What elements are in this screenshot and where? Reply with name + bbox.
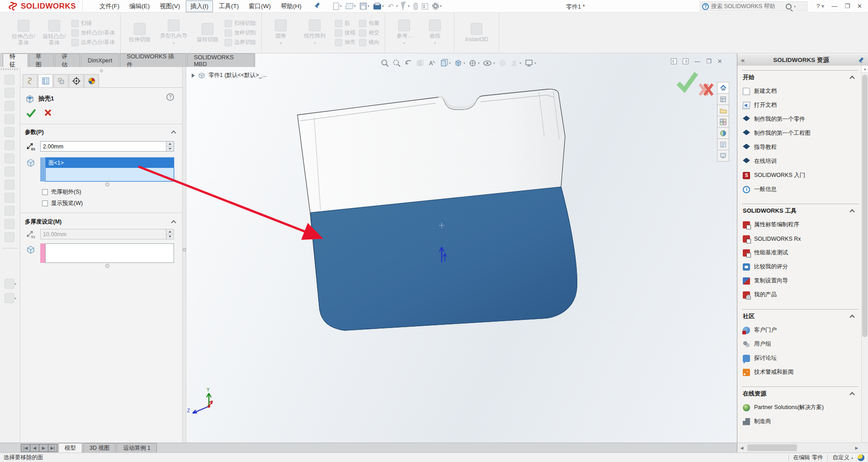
cancel-button[interactable] bbox=[44, 109, 52, 117]
new-document-button[interactable]: ▾ bbox=[332, 2, 343, 11]
customize-caret-icon[interactable]: ▴ bbox=[851, 456, 853, 460]
breadcrumb[interactable]: 零件1 (默认<<默认>_... bbox=[192, 71, 267, 79]
revolved-cut-button[interactable]: 旋转切除 bbox=[194, 23, 221, 43]
task-tab-file-explorer[interactable] bbox=[717, 105, 729, 116]
strip-boss-flyout-icon[interactable] bbox=[5, 279, 14, 289]
section-collapse-icon[interactable] bbox=[849, 209, 854, 214]
rib-button[interactable]: 筋 bbox=[335, 19, 355, 27]
task-tab-resources[interactable] bbox=[717, 82, 729, 94]
section-view-icon[interactable] bbox=[416, 59, 425, 67]
selected-face-item[interactable]: 面<1> bbox=[46, 158, 174, 168]
view-orientation-icon[interactable]: ▾ bbox=[454, 59, 465, 67]
part-model[interactable] bbox=[186, 53, 737, 443]
revolved-boss-button[interactable]: 旋转凸台/基体 bbox=[41, 20, 68, 46]
shell-thickness-value[interactable]: 2.00mm bbox=[41, 143, 166, 150]
task-tab-forum[interactable] bbox=[717, 150, 729, 162]
annotation-view-icon[interactable]: A bbox=[428, 59, 436, 67]
task-tab-custom-properties[interactable] bbox=[717, 138, 729, 150]
copy-settings-link[interactable]: 复制设置向导 bbox=[742, 274, 861, 288]
strip-boss-flyout-caret[interactable]: ▾ bbox=[14, 282, 16, 286]
tree-expand-icon[interactable] bbox=[192, 73, 195, 78]
fillet-button[interactable]: 圆角▾ bbox=[267, 19, 294, 47]
strip-feature-icon-4[interactable] bbox=[5, 114, 14, 124]
new-document-link[interactable]: 新建文档 bbox=[742, 84, 861, 98]
section-getting-started[interactable]: 开始 bbox=[742, 70, 859, 83]
restore-button[interactable]: ❐ bbox=[844, 3, 850, 10]
tab-dimxpert[interactable]: DimXpert bbox=[81, 53, 119, 67]
undo-button[interactable]: ↶▾ bbox=[387, 2, 399, 11]
thickness-spinner[interactable] bbox=[166, 142, 174, 151]
general-info-link[interactable]: 一般信息 bbox=[742, 182, 861, 196]
faces-selection-box[interactable]: 面<1> bbox=[40, 157, 174, 181]
confirmation-cancel-icon[interactable] bbox=[698, 82, 716, 97]
customer-portal-link[interactable]: 客户门户 bbox=[742, 323, 861, 337]
search-dropdown-icon[interactable]: ▾ bbox=[794, 5, 796, 9]
swept-boss-button[interactable]: 扫描 bbox=[71, 19, 115, 27]
task-pane-vertical-scrollbar[interactable]: ▲ bbox=[861, 66, 868, 443]
boundary-cut-button[interactable]: 边界切除 bbox=[225, 38, 256, 46]
menu-tools[interactable]: 工具(T) bbox=[215, 1, 243, 12]
shell-button[interactable]: 抽壳 bbox=[335, 38, 355, 46]
model-tab[interactable]: 模型 bbox=[58, 443, 82, 452]
menu-insert[interactable]: 插入(I) bbox=[186, 0, 213, 12]
draft-button[interactable]: 拔模 bbox=[335, 29, 355, 37]
scroll-left-icon[interactable]: ◀ bbox=[738, 444, 745, 452]
multi-selection-empty-area[interactable] bbox=[45, 243, 174, 263]
tech-alerts-news-link[interactable]: 技术警戒和新闻 bbox=[742, 365, 861, 379]
online-training-link[interactable]: 在线培训 bbox=[742, 154, 861, 168]
toolbar-grip[interactable] bbox=[1, 68, 19, 70]
display-style-icon[interactable]: ▾ bbox=[468, 59, 480, 67]
first-part-link[interactable]: 制作我的第一个零件 bbox=[742, 112, 861, 126]
prev-tab-icon[interactable]: ◀ bbox=[30, 444, 39, 452]
multi-thickness-selection-box[interactable] bbox=[40, 243, 174, 263]
tab-solidworks-addins[interactable]: SOLIDWORKS 插件 bbox=[120, 53, 186, 67]
curves-button[interactable]: 曲线▾ bbox=[421, 19, 448, 47]
feature-manager-tab[interactable] bbox=[23, 74, 38, 87]
menu-window[interactable]: 窗口(W) bbox=[245, 1, 275, 12]
strip-feature-icon-3[interactable] bbox=[5, 101, 14, 111]
boundary-boss-button[interactable]: 边界凸台/基体 bbox=[71, 38, 115, 46]
strip-feature-icon-1[interactable] bbox=[5, 75, 14, 85]
multi-thickness-value[interactable]: 10.00mm bbox=[41, 231, 166, 238]
options-button[interactable]: ▾ bbox=[431, 2, 443, 10]
strip-feature-icon-2[interactable] bbox=[5, 88, 14, 98]
section-online-resources[interactable]: 在线资源 bbox=[742, 386, 859, 400]
splitter-handle[interactable] bbox=[183, 248, 186, 252]
menu-file[interactable]: 文件(F) bbox=[95, 1, 123, 12]
first-tab-icon[interactable]: |◀ bbox=[21, 444, 30, 452]
dimxpert-manager-tab[interactable] bbox=[69, 74, 84, 87]
multi-spin-up-icon[interactable] bbox=[166, 229, 174, 234]
previous-view-icon[interactable] bbox=[404, 59, 413, 67]
menu-pin-icon[interactable] bbox=[314, 2, 320, 10]
partner-solutions-link[interactable]: Partner Solutions(解决方案) bbox=[742, 400, 861, 414]
save-button[interactable]: ▾ bbox=[359, 2, 371, 10]
parameters-section-header[interactable]: 参数(P) bbox=[20, 127, 183, 138]
shell-thickness-field[interactable]: 2.00mm bbox=[40, 141, 174, 152]
strip-feature-icon-12[interactable] bbox=[5, 219, 14, 229]
file-properties-button[interactable] bbox=[420, 2, 429, 10]
mirror-button[interactable]: 镜向 bbox=[359, 38, 379, 46]
selection-box-resize-handle[interactable] bbox=[105, 182, 109, 186]
customize-button[interactable]: 自定义 bbox=[832, 454, 849, 462]
section-sw-tools[interactable]: SOLIDWORKS 工具 bbox=[742, 204, 859, 217]
show-preview-checkbox[interactable] bbox=[42, 200, 48, 206]
graphics-viewport[interactable]: A ▾ ▾ ▾ ▾ ▾ ▾ — ❐ ✕ 零件1 (默认<<默认>_... bbox=[186, 53, 737, 443]
strip-feature-icon-13[interactable] bbox=[5, 232, 14, 242]
task-tab-appearances[interactable] bbox=[717, 127, 729, 139]
scroll-up-icon[interactable]: ▲ bbox=[862, 66, 868, 73]
strip-feature-icon-5[interactable] bbox=[5, 127, 14, 137]
select-button[interactable]: ▾ bbox=[401, 1, 411, 11]
intersect-button[interactable]: 相交 bbox=[359, 29, 379, 37]
task-pane-horizontal-scrollbar[interactable]: ◀ ▶ bbox=[737, 443, 868, 452]
task-tab-design-library[interactable] bbox=[717, 93, 729, 105]
linear-pattern-button[interactable]: 线性阵列▾ bbox=[298, 19, 331, 47]
spin-down-icon[interactable] bbox=[166, 147, 174, 151]
section-collapse-icon[interactable] bbox=[849, 314, 854, 319]
extruded-cut-button[interactable]: 拉伸切除 bbox=[126, 23, 153, 43]
sw-introduction-link[interactable]: SOLIDWORKS 入门 bbox=[742, 168, 861, 182]
display-manager-tab[interactable] bbox=[84, 74, 99, 87]
section-collapse-icon[interactable] bbox=[849, 392, 854, 397]
reference-geometry-button[interactable]: 参考...▾ bbox=[391, 19, 418, 47]
strip-feature-icon-6[interactable] bbox=[5, 140, 14, 150]
my-products-link[interactable]: 我的产品 bbox=[742, 288, 861, 302]
